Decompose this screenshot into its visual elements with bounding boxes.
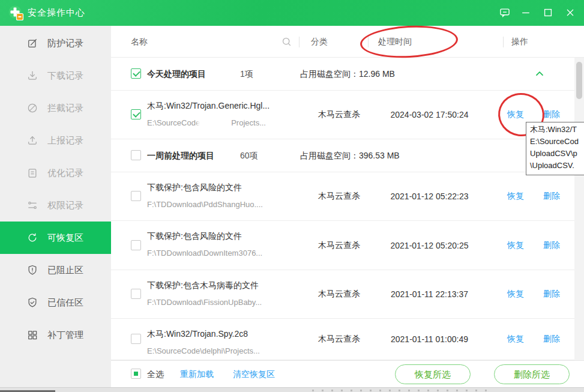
tooltip-line: UploadCSV\p (530, 148, 584, 160)
footer-bar: 全选 重新加载 清空恢复区 恢复所选 删除所选 (111, 360, 584, 387)
delete-link[interactable]: 删除 (543, 240, 560, 251)
search-icon[interactable] (281, 36, 292, 47)
group-disk-usage: 占用磁盘空间：396.53 MB (300, 151, 400, 161)
sidebar-item-label: 拦截记录 (47, 103, 83, 114)
handled-time: 2021-01-12 05:20:25 (380, 241, 479, 250)
restore-link[interactable]: 恢复 (507, 240, 524, 251)
scrollbar-thumb[interactable] (576, 62, 582, 99)
close-icon[interactable] (561, 4, 579, 22)
handled-time: 2021-01-11 01:00:49 (380, 334, 479, 344)
threat-name: 木马:Win32/Trojan.Spy.2c8 (147, 329, 248, 340)
clear-recovery-zone-link[interactable]: 清空恢复区 (233, 369, 275, 380)
restore-link[interactable]: 恢复 (507, 289, 524, 300)
delete-link[interactable]: 删除 (543, 334, 560, 345)
sidebar-item-label: 补丁管理 (47, 330, 83, 341)
delete-selected-button[interactable]: 删除所选 (494, 364, 570, 384)
threat-path: E:\SourceCodeProjects... (147, 118, 266, 127)
restore-selected-button[interactable]: 恢复所选 (395, 364, 471, 384)
row-checkbox[interactable] (131, 109, 141, 119)
group-label: 一周前处理的项目 (147, 151, 214, 161)
handled-time: 2024-03-02 17:50:24 (380, 110, 479, 119)
upload-icon (26, 134, 38, 146)
app-logo-icon (8, 5, 24, 21)
select-all-checkbox[interactable] (131, 369, 141, 379)
clipboard-icon (26, 167, 38, 179)
row-checkbox[interactable] (131, 289, 141, 299)
sidebar-item-patch-management[interactable]: 补丁管理 (0, 319, 111, 351)
sidebar-item-protection-records[interactable]: 防护记录 (0, 27, 111, 59)
threat-name: 下载保护:包含风险的文件 (147, 182, 242, 193)
window-title: 安全操作中心 (28, 7, 85, 19)
threat-name: 木马:Win32/Trojan.Generic.Hgl... (147, 101, 269, 112)
sidebar: 防护记录 下载记录 拦截记录 上报记录 优化记录 权限记录 可恢复区 已阻止区 (0, 26, 111, 387)
vertical-scrollbar[interactable] (574, 58, 584, 360)
records-table: 名称 分类 处理时间 操作 今天处理的项目 1项 占用磁盘空间：12.96 MB… (111, 26, 584, 387)
column-header-actions: 操作 (511, 26, 528, 58)
minimize-icon[interactable] (517, 4, 535, 22)
sidebar-item-label: 上报记录 (47, 135, 83, 146)
sliders-icon (26, 199, 38, 211)
reload-link[interactable]: 重新加载 (180, 369, 214, 380)
sidebar-item-label: 可恢复区 (47, 232, 83, 244)
sidebar-item-label: 已信任区 (47, 297, 83, 309)
column-header-name: 名称 (131, 26, 148, 58)
table-row: 木马:Win32/Trojan.Spy.2c8 E:\SourceCode\de… (111, 319, 584, 360)
group-label: 今天处理的项目 (147, 69, 206, 80)
titlebar: 安全操作中心 (0, 0, 584, 26)
threat-name: 下载保护:包含木马病毒的文件 (147, 280, 259, 291)
threat-name: 下载保护:包含风险的文件 (147, 231, 242, 242)
group-checkbox[interactable] (131, 68, 141, 79)
sidebar-item-label: 已阻止区 (47, 265, 83, 276)
sidebar-item-label: 防护记录 (47, 38, 83, 49)
row-checkbox[interactable] (131, 334, 141, 344)
sidebar-item-label: 下载记录 (47, 70, 83, 82)
table-row: 下载保护:包含木马病毒的文件 F:\TDDownload\FissionUpBa… (111, 270, 584, 319)
group-count: 1项 (240, 69, 253, 80)
restore-link[interactable]: 恢复 (507, 109, 524, 120)
column-header-time[interactable]: 处理时间 (378, 26, 412, 58)
sidebar-item-blocked-zone[interactable]: 已阻止区 (0, 254, 111, 286)
block-icon (26, 102, 38, 114)
restore-link[interactable]: 恢复 (507, 334, 524, 345)
row-checkbox[interactable] (131, 191, 141, 201)
sidebar-item-optimize-records[interactable]: 优化记录 (0, 157, 111, 189)
handled-time: 2021-01-11 22:13:37 (380, 289, 479, 299)
group-count: 60项 (240, 151, 258, 161)
delete-link[interactable]: 删除 (543, 191, 560, 202)
group-disk-usage: 占用磁盘空间：12.96 MB (300, 69, 395, 80)
sidebar-item-label: 优化记录 (47, 167, 83, 179)
sidebar-item-label: 权限记录 (47, 200, 83, 211)
group-row-week-ago: 一周前处理的项目 60项 占用磁盘空间：396.53 MB (111, 139, 584, 172)
sidebar-item-report-records[interactable]: 上报记录 (0, 124, 111, 157)
tooltip-line: E:\SourceCod (530, 136, 584, 148)
table-row: 下载保护:包含风险的文件 F:\TDDownload\PddShangHuo..… (111, 172, 584, 221)
sidebar-item-block-records[interactable]: 拦截记录 (0, 92, 111, 124)
feedback-icon[interactable] (496, 4, 514, 22)
edit-icon (26, 37, 38, 49)
threat-category: 木马云查杀 (309, 289, 369, 300)
maximize-icon[interactable] (539, 4, 557, 22)
restore-link[interactable]: 恢复 (507, 191, 524, 202)
group-checkbox[interactable] (131, 150, 141, 160)
background-window-edge (0, 387, 584, 392)
tooltip-line: 木马:Win32/T (530, 124, 584, 136)
table-header: 名称 分类 处理时间 操作 (111, 26, 584, 58)
security-operation-center-window: 安全操作中心 防护记录 下载记录 拦截记录 上报记录 (0, 0, 584, 392)
row-checkbox[interactable] (131, 240, 141, 250)
threat-path: F:\TDDownload\PddShangHuo.... (147, 200, 263, 209)
sidebar-item-download-records[interactable]: 下载记录 (0, 59, 111, 92)
grid-icon (26, 329, 38, 341)
sidebar-item-recoverable-zone[interactable]: 可恢复区 (0, 222, 111, 254)
group-row-today: 今天处理的项目 1项 占用磁盘空间：12.96 MB (111, 58, 584, 91)
chevron-up-icon[interactable] (534, 68, 546, 80)
threat-path: F:\TDDownload\DownItem3076... (147, 249, 262, 258)
path-tooltip: 木马:Win32/T E:\SourceCod UploadCSV\p \Upl… (526, 122, 584, 175)
sidebar-item-permission-records[interactable]: 权限记录 (0, 189, 111, 222)
table-row: 下载保护:包含风险的文件 F:\TDDownload\DownItem3076.… (111, 221, 584, 270)
column-header-category[interactable]: 分类 (311, 26, 328, 58)
shield-check-icon (26, 297, 38, 309)
sidebar-item-trusted-zone[interactable]: 已信任区 (0, 286, 111, 319)
delete-link[interactable]: 删除 (543, 289, 560, 300)
delete-link[interactable]: 删除 (543, 109, 560, 120)
threat-category: 木马云查杀 (309, 191, 369, 202)
